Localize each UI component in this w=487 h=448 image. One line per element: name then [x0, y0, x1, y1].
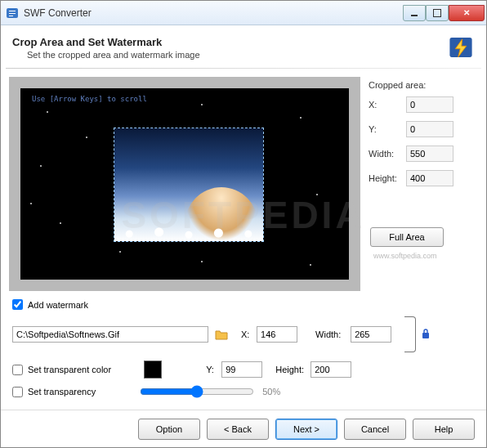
- app-icon: [6, 7, 19, 20]
- crop-height-input[interactable]: [406, 170, 453, 186]
- maximize-button[interactable]: [426, 5, 449, 21]
- minimize-button[interactable]: [403, 5, 426, 21]
- crop-y-input[interactable]: [406, 121, 453, 137]
- transparency-value: 50%: [262, 387, 280, 396]
- transparency-slider[interactable]: [140, 385, 254, 398]
- lock-icon[interactable]: [421, 328, 431, 341]
- page-title: Crop Area and Set Watermark: [12, 36, 447, 48]
- wizard-icon: [447, 34, 475, 61]
- page-subtitle: Set the cropped area and watermark image: [27, 50, 447, 60]
- crop-handle-bottom-right[interactable]: [346, 277, 349, 280]
- crop-handle-bottom-mid[interactable]: [182, 277, 188, 280]
- site-watermark: www.softpedia.com: [373, 252, 476, 260]
- aspect-bracket: [404, 316, 416, 352]
- full-area-button[interactable]: Full Area: [370, 227, 444, 247]
- crop-height-label: Height:: [369, 173, 406, 183]
- wm-width-label: Width:: [315, 329, 348, 339]
- title-bar: SWF Converter: [1, 1, 486, 25]
- cropped-area-label: Cropped area:: [369, 80, 476, 90]
- back-button[interactable]: < Back: [207, 419, 269, 440]
- crop-handle-top-left[interactable]: [20, 88, 23, 91]
- add-watermark-checkbox[interactable]: [12, 299, 23, 310]
- crop-width-label: Width:: [369, 149, 406, 159]
- wm-x-label: X:: [241, 329, 254, 339]
- next-button[interactable]: Next >: [275, 419, 337, 440]
- watermark-section: Add watermark X: Width: Set transparent …: [1, 294, 486, 410]
- svg-rect-2: [422, 333, 429, 338]
- footer: Option < Back Next > Cancel Help: [1, 410, 486, 448]
- wm-height-input[interactable]: [311, 361, 351, 378]
- browse-button[interactable]: [213, 326, 230, 343]
- wm-y-label: Y:: [206, 365, 219, 374]
- crop-handle-mid-right[interactable]: [346, 181, 349, 187]
- crop-y-label: Y:: [369, 124, 406, 134]
- transparent-color-label: Set transparent color: [28, 365, 111, 374]
- option-button[interactable]: Option: [138, 419, 200, 440]
- add-watermark-label: Add watermark: [28, 300, 88, 310]
- crop-x-input[interactable]: [406, 96, 453, 113]
- transparency-label: Set transparency: [28, 387, 96, 396]
- preview-panel: Use [Arrow Keys] to scroll: [9, 77, 360, 291]
- divider: [6, 68, 481, 69]
- wm-x-input[interactable]: [257, 326, 297, 343]
- crop-handle-bottom-left[interactable]: [20, 277, 23, 280]
- transparent-color-swatch[interactable]: [144, 361, 162, 379]
- header: Crop Area and Set Watermark Set the crop…: [1, 25, 486, 68]
- window-title: SWF Converter: [24, 7, 403, 19]
- cancel-button[interactable]: Cancel: [344, 419, 406, 440]
- wm-width-input[interactable]: [351, 326, 391, 343]
- help-button[interactable]: Help: [413, 419, 475, 440]
- watermark-path-input[interactable]: [12, 326, 208, 343]
- close-button[interactable]: [449, 5, 485, 21]
- folder-icon: [215, 329, 228, 340]
- crop-selection[interactable]: [114, 128, 264, 242]
- crop-handle-top-right[interactable]: [346, 88, 349, 91]
- crop-x-label: X:: [369, 100, 406, 110]
- transparent-color-checkbox[interactable]: [12, 365, 23, 375]
- preview-canvas[interactable]: Use [Arrow Keys] to scroll: [20, 88, 349, 280]
- crop-width-input[interactable]: [406, 146, 453, 162]
- wm-y-input[interactable]: [221, 361, 262, 378]
- crop-fields-panel: Cropped area: X: Y: Width: Height: Full …: [369, 77, 476, 291]
- wm-height-label: Height:: [275, 365, 308, 374]
- crop-handle-top-mid[interactable]: [182, 88, 188, 91]
- transparency-checkbox[interactable]: [12, 387, 23, 397]
- crop-handle-mid-left[interactable]: [20, 181, 23, 187]
